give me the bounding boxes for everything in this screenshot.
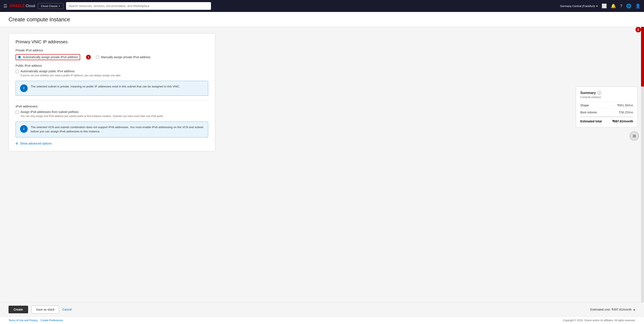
- scrollbar-thumb[interactable]: [641, 27, 644, 86]
- public-ipv4-label: Public IPv4 address: [16, 64, 208, 67]
- summary-total-label: Estimated total: [580, 120, 602, 123]
- ipv6-hint: You can only assign one IPv6 address per…: [20, 115, 208, 118]
- manual-assign-private-radio-input[interactable]: [96, 56, 99, 59]
- auto-assign-private-radio-input[interactable]: [18, 56, 21, 59]
- region-chevron-icon: ▾: [596, 4, 598, 8]
- summary-info-icon[interactable]: i: [598, 91, 602, 95]
- summary-boot-label: Boot volume: [580, 111, 597, 114]
- cloud-text: Cloud: [26, 4, 35, 8]
- manual-assign-private-radio[interactable]: Manually assign private IPv4 address: [96, 56, 150, 59]
- terminal-icon[interactable]: ⬜: [602, 4, 607, 8]
- page-title-bar: Create compute instance: [0, 12, 644, 27]
- globe-icon[interactable]: 🌐: [626, 4, 632, 8]
- summary-card: Summary i Compute instance Shape ₹661.56…: [576, 86, 638, 128]
- region-selector[interactable]: Germany Central (Frankfurt) ▾: [560, 4, 598, 8]
- content-area: Primary VNIC IP addresses Private IPv4 a…: [0, 27, 576, 302]
- ipv6-info-text: The selected VCN and subnet combination …: [31, 125, 204, 134]
- private-subnet-info-box: i The selected subnet is private, meanin…: [16, 81, 208, 96]
- auto-assign-private-radio[interactable]: Automatically assign private IPv4 addres…: [16, 54, 80, 60]
- cloud-classic-button[interactable]: Cloud Classic >: [38, 3, 64, 9]
- search-bar: [66, 2, 211, 10]
- cancel-button[interactable]: Cancel: [62, 308, 72, 311]
- ipv6-title: IPv6 addresses: [16, 104, 208, 108]
- advanced-options-icon: ⚙: [16, 142, 18, 145]
- ipv6-info-box: i The selected VCN and subnet combinatio…: [16, 122, 208, 138]
- summary-boot-row: Boot volume ₹36.25/mo: [580, 109, 633, 116]
- summary-shape-label: Shape: [580, 104, 589, 107]
- ipv6-checkbox-option: Assign IPv6 addresses from subnet prefix…: [16, 110, 208, 114]
- section-divider-1: [16, 100, 208, 100]
- save-as-stack-button[interactable]: Save as stack: [32, 306, 59, 314]
- summary-shape-row: Shape ₹661.56/mo: [580, 102, 633, 109]
- summary-subtitle: Compute instance: [580, 96, 633, 99]
- hamburger-menu[interactable]: ☰: [4, 4, 7, 8]
- floating-grid-icon[interactable]: ⊞: [630, 131, 639, 141]
- right-panel: 2 Summary i Compute instance Shape ₹661.…: [576, 27, 644, 302]
- advanced-options-label: Show advanced options: [20, 142, 52, 145]
- public-ipv4-checkbox[interactable]: [16, 70, 19, 73]
- summary-header: Summary i: [580, 91, 633, 95]
- search-input[interactable]: [68, 4, 208, 8]
- public-ipv4-hint: If you're not sure whether you need a pu…: [20, 74, 208, 77]
- summary-title: Summary: [580, 91, 596, 95]
- cost-estimate-label: Estimated cost: ₹697.81/month: [590, 308, 632, 311]
- manual-assign-private-label: Manually assign private IPv4 address: [101, 56, 150, 59]
- private-subnet-info-text: The selected subnet is private, meaning …: [31, 84, 180, 89]
- create-button[interactable]: Create: [8, 306, 28, 313]
- public-ipv4-checkbox-option: Automatically assign public IPv4 address: [16, 70, 208, 73]
- badge-1: 1: [86, 55, 91, 60]
- ipv6-checkbox[interactable]: [16, 111, 19, 114]
- cost-estimate: Estimated cost: ₹697.81/month ▲: [590, 308, 636, 311]
- section-card: Primary VNIC IP addresses Private IPv4 a…: [8, 33, 215, 151]
- summary-total-value: ₹697.81/month: [612, 120, 633, 123]
- summary-boot-value: ₹36.25/mo: [619, 111, 633, 114]
- scrollbar-track[interactable]: [641, 27, 644, 302]
- region-label: Germany Central (Frankfurt): [560, 4, 595, 8]
- summary-total-row: Estimated total ₹697.81/month: [580, 116, 633, 123]
- help-icon[interactable]: ?: [620, 4, 622, 8]
- ipv6-section: IPv6 addresses Assign IPv6 addresses fro…: [16, 104, 208, 118]
- private-subnet-info-icon: i: [20, 84, 28, 92]
- terms-link[interactable]: Terms of Use and Privacy: [8, 319, 38, 322]
- footer-links: Terms of Use and Privacy Cookie Preferen…: [8, 319, 63, 322]
- private-ipv4-radio-group: Automatically assign private IPv4 addres…: [16, 54, 208, 60]
- public-ipv4-checkbox-label: Automatically assign public IPv4 address: [20, 70, 74, 73]
- header: ☰ ORACLE Cloud Cloud Classic > Germany C…: [0, 0, 644, 12]
- cookie-link[interactable]: Cookie Preferences: [40, 319, 63, 322]
- cost-caret-icon[interactable]: ▲: [633, 308, 636, 311]
- bell-icon[interactable]: 🔔: [611, 4, 616, 8]
- oracle-logo: ORACLE Cloud: [10, 4, 35, 8]
- badge-2: 2: [636, 27, 641, 32]
- oracle-text: ORACLE: [10, 4, 25, 8]
- bottom-bar: Create Save as stack Cancel Estimated co…: [0, 302, 644, 316]
- page-title: Create compute instance: [8, 16, 636, 23]
- footer: Terms of Use and Privacy Cookie Preferen…: [0, 316, 644, 324]
- ipv6-info-icon: i: [20, 125, 28, 133]
- copyright-text: Copyright © 2024, Oracle and/or its affi…: [563, 319, 636, 322]
- private-ipv4-label: Private IPv4 address: [16, 48, 208, 52]
- main-content: Primary VNIC IP addresses Private IPv4 a…: [0, 27, 644, 302]
- section-title: Primary VNIC IP addresses: [16, 40, 208, 44]
- show-advanced-options-link[interactable]: ⚙ Show advanced options: [16, 142, 208, 145]
- summary-shape-value: ₹661.56/mo: [617, 104, 633, 107]
- ipv6-checkbox-label: Assign IPv6 addresses from subnet prefix…: [20, 110, 79, 114]
- header-right: Germany Central (Frankfurt) ▾ ⬜ 🔔 ? 🌐 👤: [560, 4, 640, 8]
- auto-assign-private-label: Automatically assign private IPv4 addres…: [23, 56, 78, 59]
- user-icon[interactable]: 👤: [635, 4, 640, 8]
